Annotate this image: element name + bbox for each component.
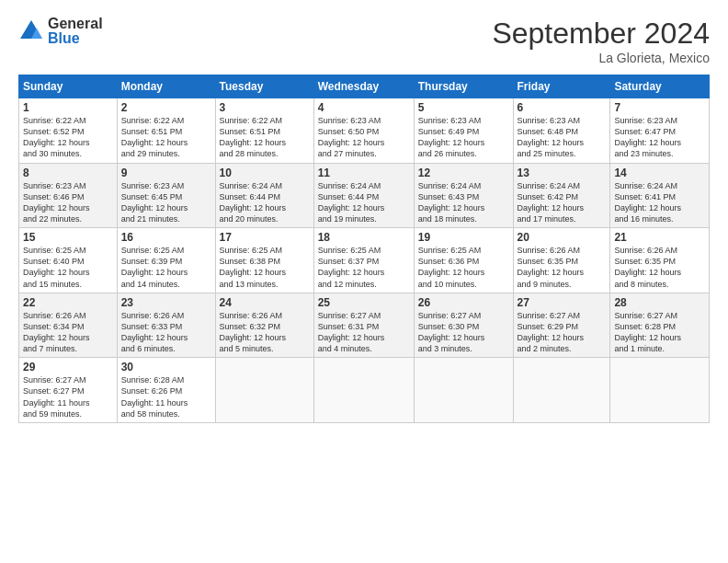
table-row: 15Sunrise: 6:25 AM Sunset: 6:40 PM Dayli… [19,228,118,293]
day-number: 18 [318,231,410,244]
table-row: 2Sunrise: 6:22 AM Sunset: 6:51 PM Daylig… [117,98,215,164]
day-number: 1 [23,101,113,114]
day-number: 15 [23,231,113,244]
day-number: 9 [121,167,211,179]
day-info: Sunrise: 6:25 AM Sunset: 6:37 PM Dayligh… [318,245,410,290]
col-sunday: Sunday [19,75,118,98]
day-number: 27 [518,296,607,309]
table-row: 7Sunrise: 6:23 AM Sunset: 6:47 PM Daylig… [610,98,710,164]
day-info: Sunrise: 6:22 AM Sunset: 6:51 PM Dayligh… [121,115,211,160]
day-info: Sunrise: 6:26 AM Sunset: 6:35 PM Dayligh… [614,245,705,290]
day-info: Sunrise: 6:24 AM Sunset: 6:41 PM Dayligh… [614,180,705,225]
day-info: Sunrise: 6:25 AM Sunset: 6:39 PM Dayligh… [121,245,211,290]
day-number: 4 [318,101,410,114]
table-row: 28Sunrise: 6:27 AM Sunset: 6:28 PM Dayli… [610,293,710,358]
day-info: Sunrise: 6:26 AM Sunset: 6:33 PM Dayligh… [121,310,211,355]
day-info: Sunrise: 6:25 AM Sunset: 6:38 PM Dayligh… [220,245,310,290]
day-info: Sunrise: 6:27 AM Sunset: 6:28 PM Dayligh… [614,310,705,355]
calendar-header-row: Sunday Monday Tuesday Wednesday Thursday… [19,75,710,98]
day-info: Sunrise: 6:25 AM Sunset: 6:40 PM Dayligh… [23,245,113,290]
table-row: 8Sunrise: 6:23 AM Sunset: 6:46 PM Daylig… [19,163,118,228]
day-info: Sunrise: 6:27 AM Sunset: 6:31 PM Dayligh… [318,310,410,355]
day-info: Sunrise: 6:22 AM Sunset: 6:52 PM Dayligh… [23,115,113,160]
day-number: 23 [121,296,211,309]
day-number: 5 [418,101,509,114]
calendar-week-row: 15Sunrise: 6:25 AM Sunset: 6:40 PM Dayli… [19,228,710,293]
table-row [313,358,414,423]
day-number: 28 [614,296,705,309]
day-info: Sunrise: 6:26 AM Sunset: 6:32 PM Dayligh… [220,310,310,355]
col-tuesday: Tuesday [215,75,313,98]
day-number: 20 [518,231,607,244]
month-title: September 2024 [492,17,710,51]
col-friday: Friday [513,75,610,98]
logo-icon [18,18,44,44]
location: La Glorieta, Mexico [492,51,710,65]
table-row: 1Sunrise: 6:22 AM Sunset: 6:52 PM Daylig… [19,98,118,164]
col-thursday: Thursday [414,75,513,98]
calendar-week-row: 1Sunrise: 6:22 AM Sunset: 6:52 PM Daylig… [19,98,710,164]
day-number: 16 [121,231,211,244]
day-info: Sunrise: 6:22 AM Sunset: 6:51 PM Dayligh… [220,115,310,160]
day-number: 11 [318,167,410,179]
day-number: 26 [418,296,509,309]
table-row: 21Sunrise: 6:26 AM Sunset: 6:35 PM Dayli… [610,228,710,293]
day-number: 8 [23,167,113,179]
day-number: 22 [23,296,113,309]
calendar-week-row: 29Sunrise: 6:27 AM Sunset: 6:27 PM Dayli… [19,358,710,423]
day-number: 25 [318,296,410,309]
day-number: 2 [121,101,211,114]
day-info: Sunrise: 6:23 AM Sunset: 6:46 PM Dayligh… [23,180,113,225]
day-info: Sunrise: 6:27 AM Sunset: 6:29 PM Dayligh… [518,310,607,355]
table-row: 9Sunrise: 6:23 AM Sunset: 6:45 PM Daylig… [117,163,215,228]
table-row: 24Sunrise: 6:26 AM Sunset: 6:32 PM Dayli… [215,293,313,358]
table-row: 13Sunrise: 6:24 AM Sunset: 6:42 PM Dayli… [513,163,610,228]
table-row: 14Sunrise: 6:24 AM Sunset: 6:41 PM Dayli… [610,163,710,228]
day-number: 7 [614,101,705,114]
table-row: 27Sunrise: 6:27 AM Sunset: 6:29 PM Dayli… [513,293,610,358]
calendar: Sunday Monday Tuesday Wednesday Thursday… [18,75,710,423]
day-number: 29 [23,361,113,373]
col-wednesday: Wednesday [313,75,414,98]
day-info: Sunrise: 6:28 AM Sunset: 6:26 PM Dayligh… [121,374,211,419]
calendar-week-row: 22Sunrise: 6:26 AM Sunset: 6:34 PM Dayli… [19,293,710,358]
day-number: 30 [121,361,211,373]
table-row: 3Sunrise: 6:22 AM Sunset: 6:51 PM Daylig… [215,98,313,164]
table-row [215,358,313,423]
calendar-body: 1Sunrise: 6:22 AM Sunset: 6:52 PM Daylig… [19,98,710,423]
day-info: Sunrise: 6:24 AM Sunset: 6:43 PM Dayligh… [418,180,509,225]
day-info: Sunrise: 6:23 AM Sunset: 6:49 PM Dayligh… [418,115,509,160]
day-info: Sunrise: 6:23 AM Sunset: 6:45 PM Dayligh… [121,180,211,225]
table-row: 10Sunrise: 6:24 AM Sunset: 6:44 PM Dayli… [215,163,313,228]
day-number: 6 [518,101,607,114]
day-number: 24 [220,296,310,309]
col-saturday: Saturday [610,75,710,98]
day-number: 10 [220,167,310,179]
day-info: Sunrise: 6:25 AM Sunset: 6:36 PM Dayligh… [418,245,509,290]
day-number: 19 [418,231,509,244]
table-row [414,358,513,423]
table-row: 11Sunrise: 6:24 AM Sunset: 6:44 PM Dayli… [313,163,414,228]
table-row: 4Sunrise: 6:23 AM Sunset: 6:50 PM Daylig… [313,98,414,164]
table-row: 17Sunrise: 6:25 AM Sunset: 6:38 PM Dayli… [215,228,313,293]
page: General Blue September 2024 La Glorieta,… [0,0,728,432]
calendar-week-row: 8Sunrise: 6:23 AM Sunset: 6:46 PM Daylig… [19,163,710,228]
col-monday: Monday [117,75,215,98]
table-row: 19Sunrise: 6:25 AM Sunset: 6:36 PM Dayli… [414,228,513,293]
table-row: 12Sunrise: 6:24 AM Sunset: 6:43 PM Dayli… [414,163,513,228]
day-info: Sunrise: 6:23 AM Sunset: 6:48 PM Dayligh… [518,115,607,160]
table-row: 29Sunrise: 6:27 AM Sunset: 6:27 PM Dayli… [19,358,118,423]
table-row: 26Sunrise: 6:27 AM Sunset: 6:30 PM Dayli… [414,293,513,358]
day-info: Sunrise: 6:27 AM Sunset: 6:30 PM Dayligh… [418,310,509,355]
logo-general: General [48,17,103,31]
day-number: 17 [220,231,310,244]
header: General Blue September 2024 La Glorieta,… [18,17,710,65]
table-row: 25Sunrise: 6:27 AM Sunset: 6:31 PM Dayli… [313,293,414,358]
table-row: 16Sunrise: 6:25 AM Sunset: 6:39 PM Dayli… [117,228,215,293]
day-info: Sunrise: 6:23 AM Sunset: 6:50 PM Dayligh… [318,115,410,160]
day-info: Sunrise: 6:24 AM Sunset: 6:44 PM Dayligh… [318,180,410,225]
day-number: 21 [614,231,705,244]
table-row: 30Sunrise: 6:28 AM Sunset: 6:26 PM Dayli… [117,358,215,423]
day-number: 13 [518,167,607,179]
day-info: Sunrise: 6:26 AM Sunset: 6:35 PM Dayligh… [518,245,607,290]
